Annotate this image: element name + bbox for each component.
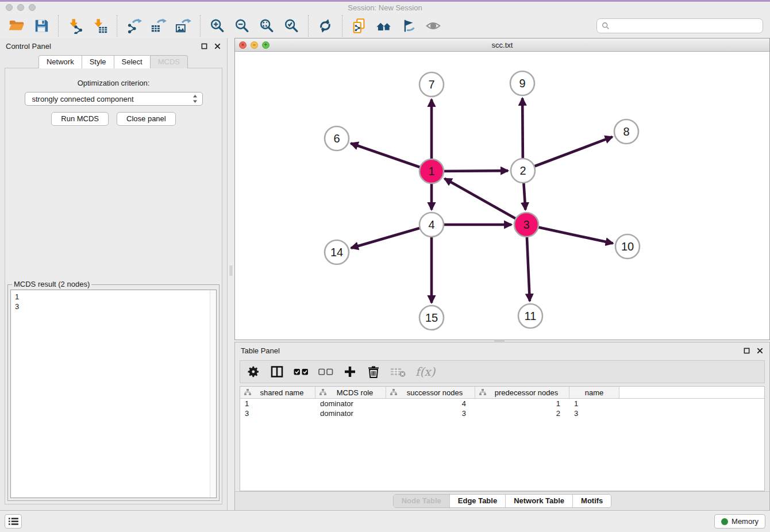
graph-node-6[interactable]: 6 <box>325 126 349 151</box>
hide-graphics-icon[interactable] <box>400 17 417 34</box>
run-mcds-button[interactable]: Run MCDS <box>51 112 109 126</box>
network-graph[interactable]: 7968124314101511 <box>235 52 769 340</box>
graph-node-9[interactable]: 9 <box>510 71 534 95</box>
tab-motifs[interactable]: Motifs <box>572 495 611 507</box>
cell-predecessor-nodes[interactable]: 2 <box>475 409 569 418</box>
graph-node-3[interactable]: 3 <box>514 213 538 237</box>
graph-node-1[interactable]: 1 <box>419 159 444 183</box>
toolbar-group-layout <box>308 15 342 37</box>
task-history-button[interactable] <box>5 514 22 529</box>
column-header-predecessor-nodes[interactable]: predecessor nodes <box>475 387 569 398</box>
network-window-titlebar[interactable]: × − + scc.txt <box>235 38 769 52</box>
import-table-icon[interactable] <box>91 17 109 34</box>
toolbar-group-import <box>58 15 117 37</box>
graph-node-4[interactable]: 4 <box>419 213 444 237</box>
unselect-all-icon[interactable] <box>318 364 333 380</box>
cell-MCDS-role[interactable]: dominator <box>315 409 386 418</box>
memory-button[interactable]: Memory <box>714 514 765 529</box>
column-header-name[interactable]: name <box>569 387 619 398</box>
tab-select[interactable]: Select <box>114 55 151 68</box>
toolbar-group-zoom <box>200 15 308 37</box>
cell-shared-name[interactable]: 1 <box>240 399 315 408</box>
toolbar-group-view <box>342 15 450 37</box>
tab-style[interactable]: Style <box>82 55 114 68</box>
search-field[interactable] <box>596 18 763 33</box>
column-header-successor-nodes[interactable]: successor nodes <box>386 387 475 398</box>
zoom-selected-icon[interactable] <box>283 17 300 34</box>
export-image-icon[interactable] <box>175 17 192 34</box>
tab-node-table[interactable]: Node Table <box>394 495 449 507</box>
column-header-MCDS-role[interactable]: MCDS role <box>315 387 386 398</box>
add-icon[interactable] <box>343 364 357 380</box>
import-network-icon[interactable] <box>67 17 84 34</box>
network-canvas[interactable]: 7968124314101511 <box>235 52 769 340</box>
column-header-shared-name[interactable]: shared name <box>240 387 315 398</box>
mcds-result-groupbox: MCDS result (2 nodes) 1 3 <box>7 284 220 501</box>
table-header-filler <box>619 387 764 398</box>
zoom-out-icon[interactable] <box>233 17 251 34</box>
float-panel-icon[interactable] <box>201 43 208 50</box>
delete-table-icon <box>390 364 406 380</box>
cell-predecessor-nodes[interactable]: 1 <box>475 399 569 408</box>
node-label: 7 <box>428 78 434 91</box>
cell-successor-nodes[interactable]: 3 <box>386 409 475 418</box>
graph-node-14[interactable]: 14 <box>325 240 349 264</box>
tab-edge-table[interactable]: Edge Table <box>449 495 505 507</box>
tab-network-table[interactable]: Network Table <box>505 495 572 507</box>
delete-icon[interactable] <box>367 364 380 380</box>
cell-MCDS-role[interactable]: dominator <box>315 399 386 408</box>
first-neighbors-icon[interactable] <box>375 17 392 34</box>
graph-node-11[interactable]: 11 <box>518 304 542 328</box>
tab-mcds[interactable]: MCDS <box>150 55 188 68</box>
table-row[interactable]: 1dominator411 <box>240 399 764 408</box>
control-panel-title: Control Panel <box>6 42 51 51</box>
save-session-icon[interactable] <box>33 17 50 34</box>
cell-name[interactable]: 1 <box>569 399 619 408</box>
tab-network[interactable]: Network <box>38 55 82 68</box>
graph-node-7[interactable]: 7 <box>419 72 444 97</box>
export-table-icon[interactable] <box>150 17 167 34</box>
close-table-panel-icon[interactable] <box>756 347 764 354</box>
zoom-in-icon[interactable] <box>209 17 226 34</box>
graph-node-8[interactable]: 8 <box>614 119 638 144</box>
select-all-icon[interactable] <box>294 364 309 380</box>
node-label: 11 <box>525 310 537 322</box>
table-row[interactable]: 3dominator323 <box>240 408 764 418</box>
gear-icon[interactable] <box>247 364 260 380</box>
node-label: 2 <box>519 164 526 177</box>
split-columns-icon[interactable] <box>270 364 284 380</box>
node-table[interactable]: shared nameMCDS rolesuccessor nodesprede… <box>240 386 765 491</box>
vertical-splitter-handle[interactable] <box>230 265 232 276</box>
export-network-icon[interactable] <box>125 17 143 34</box>
cell-shared-name[interactable]: 3 <box>240 409 315 418</box>
open-session-icon[interactable] <box>8 17 25 34</box>
function-icon: f(x) <box>415 364 435 380</box>
mcds-result-list[interactable]: 1 3 <box>10 290 217 498</box>
graph-node-15[interactable]: 15 <box>419 306 444 330</box>
table-toolbar: f(x) <box>240 360 765 383</box>
graph-node-2[interactable]: 2 <box>511 159 535 183</box>
close-panel-button[interactable]: Close panel <box>117 112 176 126</box>
close-panel-icon[interactable] <box>214 43 221 50</box>
status-bar: Memory <box>0 510 770 532</box>
table-panel-title: Table Panel <box>241 346 280 355</box>
criterion-dropdown[interactable]: strongly connected component <box>25 92 203 106</box>
eye-icon[interactable] <box>425 17 442 34</box>
apply-layout-icon[interactable] <box>317 17 334 34</box>
node-label: 9 <box>519 77 525 90</box>
cell-successor-nodes[interactable]: 4 <box>386 399 475 408</box>
edge-3-10[interactable] <box>526 225 613 244</box>
edge-3-1[interactable] <box>445 179 526 225</box>
zoom-fit-icon[interactable] <box>258 17 275 34</box>
node-label: 10 <box>621 240 634 253</box>
toolbar-group-export <box>117 15 200 37</box>
node-label: 3 <box>523 218 529 231</box>
search-input[interactable] <box>613 20 758 32</box>
duplicate-network-icon[interactable] <box>351 17 368 34</box>
edge-2-8[interactable] <box>523 137 613 171</box>
float-table-panel-icon[interactable] <box>743 347 750 354</box>
control-panel-tabs: NetworkStyleSelectMCDS <box>0 55 227 68</box>
graph-node-10[interactable]: 10 <box>615 234 640 259</box>
cell-name[interactable]: 3 <box>569 409 619 418</box>
mcds-result-scrollbar[interactable] <box>210 290 216 498</box>
